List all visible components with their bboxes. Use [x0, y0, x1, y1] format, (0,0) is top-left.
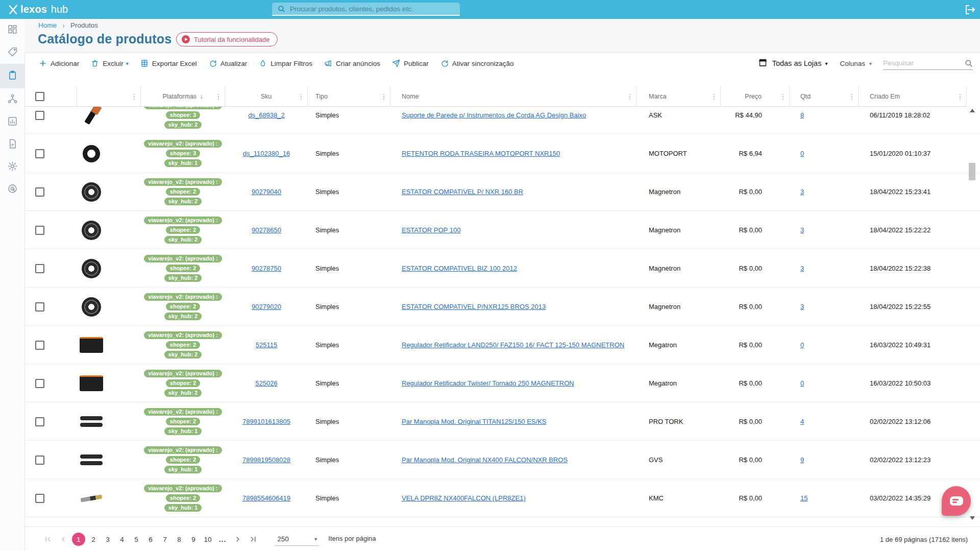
sidebar-item-hierarchy[interactable]	[0, 88, 24, 111]
column-header-nome[interactable]: Nome⋮	[390, 86, 636, 107]
pagination-ellipsis[interactable]: ...	[219, 536, 226, 543]
product-qty-link[interactable]: 4	[800, 418, 804, 425]
scroll-up-icon[interactable]	[970, 109, 975, 112]
column-header-qtd[interactable]: Qtd⋮	[790, 86, 859, 107]
sidebar-item-chart[interactable]	[0, 111, 24, 133]
toolbar-button-ativar-sincroniza-o[interactable]: Ativar sincronização	[440, 59, 514, 67]
global-search[interactable]	[272, 3, 460, 16]
row-checkbox[interactable]	[35, 341, 44, 350]
product-name-link[interactable]: ESTATOR COMPATIVEL P/NXR125 BROS 2013	[402, 303, 546, 310]
product-qty-link[interactable]: 3	[800, 303, 804, 310]
row-checkbox[interactable]	[35, 302, 44, 312]
column-menu-icon[interactable]: ⋮	[380, 92, 386, 101]
column-header-marca[interactable]: Marca⋮	[636, 86, 721, 107]
row-checkbox[interactable]	[35, 417, 44, 426]
breadcrumb-home-link[interactable]: Home	[38, 21, 57, 29]
product-name-link[interactable]: Regulador Retificador Twister/ Tornado 2…	[402, 379, 574, 387]
table-search-input[interactable]	[883, 59, 960, 67]
product-name-link[interactable]: ESTATOR COMPATIVEL P/ NXR 160 BR	[402, 188, 523, 196]
next-page-button[interactable]	[230, 533, 246, 546]
product-qty-link[interactable]: 0	[800, 379, 804, 387]
product-qty-link[interactable]: 3	[800, 226, 804, 234]
page-button-5[interactable]: 5	[130, 533, 142, 546]
column-menu-icon[interactable]: ⋮	[848, 92, 854, 101]
page-button-10[interactable]: 10	[202, 533, 214, 546]
column-menu-icon[interactable]: ⋮	[298, 92, 304, 101]
page-button-1[interactable]: 1	[72, 533, 85, 546]
toolbar-button-limpar-filtros[interactable]: Limpar Filtros	[259, 59, 312, 67]
store-filter-dropdown[interactable]: Todas as Lojas ▾	[758, 58, 828, 69]
sidebar-item-clipboard[interactable]	[0, 64, 24, 88]
column-menu-icon[interactable]: ⋮	[710, 92, 717, 101]
toolbar-button-exportar-excel[interactable]: Exportar Excel	[140, 59, 197, 67]
product-qty-link[interactable]: 3	[800, 265, 804, 272]
product-sku-link[interactable]: 525026	[255, 379, 277, 387]
product-name-link[interactable]: VELA DPR8Z NX400FALCON (LPR8ZE1)	[402, 494, 526, 502]
column-header-criado[interactable]: Criado Em⋮	[859, 86, 967, 107]
scrollbar-thumb[interactable]	[969, 163, 975, 180]
product-sku-link[interactable]: 7899101613805	[242, 418, 290, 425]
column-menu-icon[interactable]: ⋮	[957, 92, 963, 101]
sidebar-item-dashboard[interactable]	[0, 19, 24, 41]
page-button-9[interactable]: 9	[187, 533, 200, 546]
product-sku-link[interactable]: 525115	[256, 341, 277, 349]
product-sku-link[interactable]: 90279020	[252, 303, 281, 310]
toolbar-button-excluir[interactable]: Excluir▾	[91, 59, 129, 67]
product-name-link[interactable]: ESTATOR POP 100	[402, 226, 460, 234]
row-checkbox[interactable]	[35, 494, 44, 503]
product-qty-link[interactable]: 0	[800, 341, 804, 349]
previous-page-button[interactable]	[56, 533, 71, 546]
row-checkbox[interactable]	[35, 264, 44, 273]
product-qty-link[interactable]: 15	[800, 494, 807, 502]
toolbar-button-adicionar[interactable]: Adicionar	[39, 59, 79, 67]
product-qty-link[interactable]: 3	[800, 188, 804, 196]
row-checkbox[interactable]	[35, 187, 44, 197]
page-button-7[interactable]: 7	[159, 533, 171, 546]
column-header-plataformas[interactable]: Plataformas ↓⋮	[141, 86, 225, 107]
column-menu-icon[interactable]: ⋮	[215, 92, 221, 101]
product-sku-link[interactable]: 90278650	[252, 226, 281, 234]
toolbar-button-publicar[interactable]: Publicar	[392, 59, 429, 67]
product-sku-link[interactable]: 7899819508028	[242, 456, 290, 464]
column-menu-icon[interactable]: ⋮	[626, 92, 632, 101]
product-name-link[interactable]: Par Manopla Mod. Original TITAN125/150 E…	[402, 418, 547, 425]
last-page-button[interactable]	[246, 533, 261, 546]
column-header-tipo[interactable]: Tipo⋮	[308, 86, 390, 107]
sidebar-item-document[interactable]	[0, 133, 24, 156]
product-name-link[interactable]: Regulador Retificador LAND250/ FAZ150 16…	[402, 341, 624, 349]
product-name-link[interactable]: RETENTOR RODA TRASEIRA MOTOPORT NXR150	[402, 150, 560, 157]
toolbar-button-criar-an-ncios[interactable]: Criar anúncios	[324, 59, 380, 67]
chat-fab-button[interactable]	[942, 486, 971, 516]
sidebar-item-gear[interactable]	[0, 156, 24, 178]
product-sku-link[interactable]: ds_68938_2	[248, 111, 285, 119]
row-checkbox[interactable]	[35, 379, 44, 388]
page-button-3[interactable]: 3	[102, 533, 114, 546]
select-all-checkbox[interactable]	[35, 92, 44, 101]
product-name-link[interactable]: Suporte de Parede p/ Instrumentos de Cor…	[402, 111, 586, 119]
column-header-preco[interactable]: Preço⋮	[721, 86, 790, 107]
scroll-down-icon[interactable]	[970, 516, 975, 520]
first-page-button[interactable]	[40, 533, 56, 546]
row-checkbox[interactable]	[35, 111, 44, 120]
product-qty-link[interactable]: 8	[800, 111, 804, 119]
page-button-8[interactable]: 8	[173, 533, 185, 546]
product-sku-link[interactable]: ds_1102380_16	[243, 150, 290, 157]
row-checkbox[interactable]	[35, 226, 44, 235]
page-button-2[interactable]: 2	[87, 533, 100, 546]
product-sku-link[interactable]: 7898554606419	[242, 494, 290, 502]
product-qty-link[interactable]: 0	[800, 150, 804, 157]
logout-icon[interactable]	[964, 4, 976, 16]
row-checkbox[interactable]	[35, 456, 44, 465]
global-search-input[interactable]	[290, 5, 455, 13]
product-name-link[interactable]: ESTATOR COMPATIVEL BIZ 100 2012	[402, 265, 517, 272]
table-search[interactable]	[883, 57, 973, 70]
product-name-link[interactable]: Par Manopla Mod. Original NX400 FALCON/N…	[402, 456, 568, 464]
row-checkbox[interactable]	[35, 149, 44, 158]
product-sku-link[interactable]: 90278750	[252, 265, 281, 272]
product-qty-link[interactable]: 9	[800, 456, 804, 464]
toolbar-button-atualizar[interactable]: Atualizar	[209, 59, 248, 67]
column-menu-icon[interactable]: ⋮	[131, 92, 137, 101]
page-button-4[interactable]: 4	[116, 533, 128, 546]
columns-dropdown[interactable]: Colunas ▾	[840, 60, 872, 67]
sidebar-item-tag[interactable]	[0, 41, 24, 64]
